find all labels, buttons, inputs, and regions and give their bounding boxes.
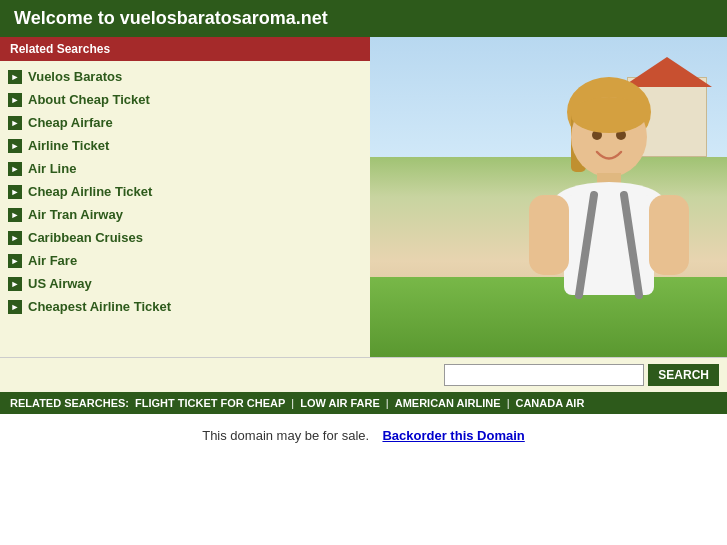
search-link[interactable]: About Cheap Ticket (28, 92, 150, 107)
search-link[interactable]: US Airway (28, 276, 92, 291)
search-link[interactable]: Air Line (28, 161, 76, 176)
photo-area (370, 37, 727, 357)
list-item: ► Airline Ticket (0, 134, 370, 157)
bottom-link-3[interactable]: AMERICAN AIRLINE (395, 397, 501, 409)
list-item: ► Air Tran Airway (0, 203, 370, 226)
related-searches-header: Related Searches (0, 37, 370, 61)
bullet-icon: ► (8, 231, 22, 245)
svg-point-12 (571, 97, 647, 133)
bottom-link-2[interactable]: LOW AIR FARE (300, 397, 380, 409)
bullet-icon: ► (8, 139, 22, 153)
search-input[interactable] (444, 364, 644, 386)
footer-section: This domain may be for sale. Backorder t… (0, 414, 727, 456)
right-panel (370, 37, 727, 357)
search-link[interactable]: Air Tran Airway (28, 207, 123, 222)
search-links-list: ► Vuelos Baratos ► About Cheap Ticket ► … (0, 61, 370, 322)
search-box-row: SEARCH (0, 357, 727, 392)
separator: | (386, 397, 389, 409)
bullet-icon: ► (8, 116, 22, 130)
list-item: ► Cheap Airfare (0, 111, 370, 134)
bullet-icon: ► (8, 208, 22, 222)
bullet-icon: ► (8, 277, 22, 291)
bullet-icon: ► (8, 70, 22, 84)
list-item: ► Cheapest Airline Ticket (0, 295, 370, 318)
bullet-icon: ► (8, 300, 22, 314)
list-item: ► Caribbean Cruises (0, 226, 370, 249)
search-link[interactable]: Cheapest Airline Ticket (28, 299, 171, 314)
bottom-bar-label: RELATED SEARCHES: (10, 397, 129, 409)
backorder-link[interactable]: Backorder this Domain (382, 428, 524, 443)
bullet-icon: ► (8, 185, 22, 199)
person-illustration (509, 47, 709, 357)
list-item: ► Cheap Airline Ticket (0, 180, 370, 203)
separator: | (507, 397, 510, 409)
bullet-icon: ► (8, 93, 22, 107)
separator: | (291, 397, 294, 409)
list-item: ► US Airway (0, 272, 370, 295)
svg-rect-7 (649, 195, 689, 275)
bottom-bar-links: FLIGHT TICKET FOR CHEAP | LOW AIR FARE |… (135, 397, 584, 409)
search-link[interactable]: Airline Ticket (28, 138, 109, 153)
bullet-icon: ► (8, 162, 22, 176)
site-header: Welcome to vuelosbaratosaroma.net (0, 0, 727, 37)
bottom-link-1[interactable]: FLIGHT TICKET FOR CHEAP (135, 397, 285, 409)
list-item: ► About Cheap Ticket (0, 88, 370, 111)
search-link[interactable]: Cheap Airline Ticket (28, 184, 152, 199)
list-item: ► Air Line (0, 157, 370, 180)
bullet-icon: ► (8, 254, 22, 268)
list-item: ► Air Fare (0, 249, 370, 272)
list-item: ► Vuelos Baratos (0, 65, 370, 88)
bottom-bar: RELATED SEARCHES: FLIGHT TICKET FOR CHEA… (0, 392, 727, 414)
main-container: Related Searches ► Vuelos Baratos ► Abou… (0, 37, 727, 357)
search-button[interactable]: SEARCH (648, 364, 719, 386)
left-panel: Related Searches ► Vuelos Baratos ► Abou… (0, 37, 370, 357)
bottom-link-4[interactable]: CANADA AIR (515, 397, 584, 409)
search-link[interactable]: Caribbean Cruises (28, 230, 143, 245)
search-link[interactable]: Cheap Airfare (28, 115, 113, 130)
search-link[interactable]: Vuelos Baratos (28, 69, 122, 84)
footer-text: This domain may be for sale. (202, 428, 369, 443)
search-link[interactable]: Air Fare (28, 253, 77, 268)
svg-rect-6 (529, 195, 569, 275)
